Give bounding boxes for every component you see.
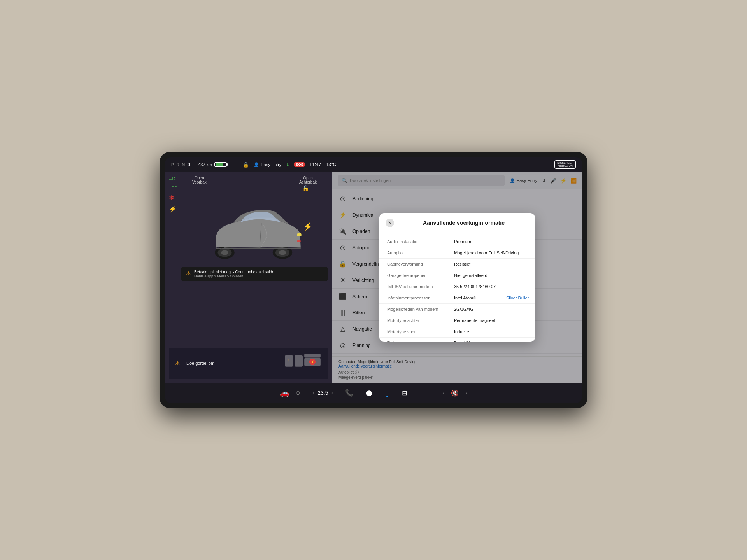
range-display: 437 km [198,162,227,167]
nav-temp-control: ‹ 23.5 › [313,390,333,396]
download-icon: ⬇ [286,162,289,167]
bottom-nav: 🚗 ⊙ ‹ 23.5 › 📞 ⬤ ··· ⊟ ‹ 🔇 › [165,383,582,403]
divider-1 [235,161,235,168]
menu-dot [386,396,388,397]
climate-icon[interactable]: ❄ [169,194,180,201]
airbag-line2: AIRBAG ON [557,164,573,168]
nav-back-icon[interactable]: ‹ [443,389,445,396]
nav-right: ‹ 🔇 › [443,389,467,397]
temp-increase-button[interactable]: › [331,390,333,396]
right-panel: 🔍 Doorzoek instellingen 👤 Easy Entry ⬇ 🎤… [332,172,582,383]
nav-mute-icon[interactable]: 🔇 [451,389,459,397]
modal-label-imei: IMEISV cellulair modem [387,284,449,289]
seat-diagram: ! ⚡ [283,351,322,376]
modal-value-audio: Premium [454,239,527,244]
car-body-main [216,216,301,247]
achterbak-label[interactable]: Open Achterbak [299,176,317,184]
temp-display: 13°C [326,162,337,167]
seat-fr [295,355,303,366]
battery-fill [216,163,223,166]
modal-value-motor-achter: Permanente magneet [454,318,527,323]
modal-overlay: ✕ Aanvullende voertuiginformatie Audio-i… [332,172,582,383]
menu-nav-icon-container[interactable]: ··· [385,388,389,397]
charge-bolt-icon: ⚡ [303,222,313,231]
left-panel: ≡D ≡DD≡ ❄ ⚡ Open Voorbak Open [165,172,332,383]
user-icon: 👤 [254,162,259,167]
warning-triangle-icon: ⚠ [186,270,191,276]
nav-forward-icon[interactable]: › [465,389,467,396]
gear-d: D [187,162,190,167]
voorbak-label[interactable]: Open Voorbak [192,176,207,184]
wheel-front-hub [221,250,228,255]
modal-value-autopilot: Mogelijkheid voor Full Self-Driving [454,250,527,255]
seat-panel: ⚠ Doe gordel om ! ⚡ [169,348,328,379]
warning-subtitle: Mobiele app > Menu > Opladen [194,274,274,278]
gear-r: R [176,162,179,167]
temp-decrease-button[interactable]: ‹ [313,390,314,396]
charge-icon[interactable]: ⚡ [169,205,180,213]
card-nav-icon[interactable]: ⊟ [402,389,407,397]
wheel-rear-hub [279,250,286,255]
headlight-icon[interactable]: ≡D [169,176,180,182]
rear-light [297,240,301,242]
modal-label-infotainment: Infotainmentprocessor [387,296,449,300]
modal-body: Audio-installatie Premium Autopilot Moge… [379,233,535,342]
gear-p: P [171,162,174,167]
modal-title: Aanvullende voertuiginformatie [399,220,529,226]
camera-nav-icon[interactable]: ⬤ [366,390,372,396]
modal-label-trekvermogen: Trekvermogen [387,341,449,342]
modal-label-audio: Audio-installatie [387,239,449,244]
modal-label-motor-voor: Motortype voor [387,329,449,334]
lock-icon: 🔒 [243,162,249,168]
front-light [297,233,302,236]
sos-badge: SOS [294,162,305,167]
modal-close-button[interactable]: ✕ [386,219,394,227]
modal-row-audio: Audio-installatie Premium [379,236,535,247]
time-display: 11:47 [309,162,321,167]
airbag-line1: PASSENGER [557,161,573,164]
seatbelt-symbol: ⚡ [310,360,315,364]
modal-value-cabine: Resistief [454,262,527,266]
car-view-area: Open Voorbak Open Achterbak 🔓 [181,176,328,348]
modal-label-cabine: Cabineverwarming [387,262,449,266]
charge-warning-banner: ⚠ Betaald opl. niet mog. - Contr. onbeta… [181,267,328,281]
modal-value-imei: 35 522408 178160 07 [454,284,527,289]
close-icon: ✕ [388,220,392,226]
modal-header: ✕ Aanvullende voertuiginformatie [379,213,535,233]
easy-entry-label: Easy Entry [261,162,281,167]
modal-row-autopilot: Autopilot Mogelijkheid voor Full Self-Dr… [379,247,535,259]
phone-nav-icon[interactable]: 📞 [345,388,354,397]
temp-value: 23.5 [317,390,328,396]
modal-label-motor-achter: Motortype achter [387,318,449,323]
range-value: 437 km [198,162,212,167]
car-image: ⚡ [192,187,317,265]
menu-nav-icon: ··· [385,388,389,395]
modal-value-motor-voor: Inductie [454,329,527,334]
modal-value-trekvermogen: Beschikbaar [454,341,527,342]
modal-label-autopilot: Autopilot [387,250,449,255]
modal-row-cabine: Cabineverwarming Resistief [379,259,535,270]
modal-row-modem: Mogelijkheden van modem 2G/3G/4G [379,304,535,315]
seat-icon[interactable]: ⊙ [296,390,300,396]
seatbelt-warning-text: Doe gordel om [186,361,214,366]
modal-dialog: ✕ Aanvullende voertuiginformatie Audio-i… [379,213,535,342]
easy-entry-status: 👤 Easy Entry [254,162,281,167]
modal-label-modem: Mogelijkheden van modem [387,307,449,312]
screen-bezel: P R N D 437 km 🔒 👤 Easy Entry ⬇ SOS 11:4… [160,152,587,408]
modal-row-trekvermogen: Trekvermogen Beschikbaar [379,338,535,342]
left-icons: ≡D ≡DD≡ ❄ ⚡ [169,176,180,213]
prnd-display: P R N D [171,162,190,167]
status-bar: P R N D 437 km 🔒 👤 Easy Entry ⬇ SOS 11:4… [165,157,582,172]
car-nav-icon[interactable]: 🚗 [280,388,289,397]
main-content: ≡D ≡DD≡ ❄ ⚡ Open Voorbak Open [165,172,582,383]
nav-left: 🚗 ⊙ [280,388,300,397]
seat-warning-mark: ! [288,358,289,363]
seatbelt-warning-icon: ⚠ [175,360,180,366]
modal-value-garage: Niet geïnstalleerd [454,273,527,278]
wipers-icon[interactable]: ≡DD≡ [169,186,180,190]
modal-label-garage: Garagedeeuropener [387,273,449,278]
modal-row-motor-achter: Motortype achter Permanente magneet [379,315,535,326]
silver-bullet-badge: Silver Bullet [506,296,529,300]
battery-bar [214,162,227,167]
warning-title: Betaald opl. niet mog. - Contr. onbetaal… [194,270,274,274]
